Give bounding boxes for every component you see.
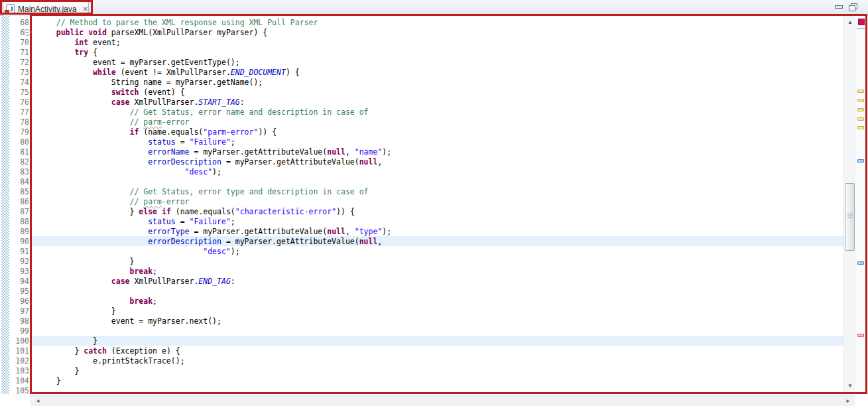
code-token: // Method to parse the XML response usin… (56, 18, 318, 27)
code-token (38, 68, 93, 77)
code-line: errorDescription = myParser.getAttribute… (38, 237, 391, 247)
code-token: catch (84, 346, 107, 356)
code-line: } (38, 336, 391, 346)
code-token (38, 28, 56, 37)
line-number-gutter[interactable]: 6869707172737475767778798081828384858687… (9, 18, 29, 396)
code-token (38, 157, 148, 167)
code-lines: // Method to parse the XML response usin… (38, 18, 391, 394)
code-token: "Failure" (190, 137, 231, 147)
line-number: 84 (9, 177, 29, 187)
code-token: START_TAG (198, 98, 239, 107)
code-token: ); (212, 167, 221, 176)
code-token: null (327, 227, 345, 236)
overview-marker-pink[interactable] (857, 334, 864, 337)
overview-marker-yellow[interactable] (857, 108, 864, 111)
code-token: switch (111, 88, 139, 97)
overview-ruler[interactable] (855, 16, 868, 393)
code-token: END_DOCUMENT (231, 68, 286, 77)
code-line: String name = myParser.getName(); (38, 78, 391, 88)
code-token: // (129, 117, 143, 127)
code-line: "desc"); (38, 167, 391, 177)
code-line (38, 326, 391, 336)
code-line: } (38, 257, 391, 267)
overview-marker-yellow[interactable] (857, 117, 864, 121)
line-number: 75 (9, 88, 29, 98)
vertical-scrollbar[interactable]: ▲ ▼ (843, 16, 855, 393)
code-token: case (111, 277, 130, 286)
code-line: while (event != XmlPullParser.END_DOCUME… (38, 68, 391, 78)
code-token: status (148, 137, 176, 147)
code-token: } (93, 336, 97, 346)
code-token (38, 88, 111, 97)
code-token (38, 297, 129, 306)
line-number: 77 (9, 107, 29, 117)
code-token: null (359, 237, 378, 246)
code-token: while (93, 68, 116, 77)
code-token: try (74, 48, 88, 57)
line-number: 78 (9, 117, 29, 127)
overview-marker-yellow[interactable] (857, 90, 864, 93)
tab-mainactivity-java[interactable]: J MainActivity.java ✕ (3, 1, 89, 16)
code-token (38, 217, 148, 226)
line-number: 94 (9, 277, 29, 287)
code-token (38, 237, 148, 246)
code-token: case (111, 98, 130, 107)
line-number: 87 (9, 207, 29, 217)
line-number: 92 (9, 257, 29, 267)
code-token (38, 267, 129, 276)
scroll-left-icon[interactable]: ◄ (33, 396, 42, 406)
code-token: )) { (258, 127, 277, 137)
code-token (38, 346, 74, 356)
code-token: void (88, 28, 107, 37)
overview-marker-yellow[interactable] (857, 99, 864, 102)
code-token: "characteristic-error" (235, 207, 336, 216)
vertical-scrollbar-thumb[interactable] (845, 183, 855, 251)
code-token (38, 107, 129, 117)
overview-marker-blue[interactable] (857, 159, 864, 163)
code-token (38, 167, 185, 176)
code-editor[interactable]: // Method to parse the XML response usin… (32, 16, 843, 394)
code-line (38, 386, 391, 394)
code-token (38, 247, 203, 256)
tab-title: MainActivity.java (18, 5, 76, 14)
code-line: // parm-error (38, 197, 391, 207)
fold-collapse-icon[interactable]: − (24, 29, 31, 36)
code-line: event = myParser.getEventType(); (38, 58, 391, 68)
overview-header-indicator[interactable] (858, 19, 865, 25)
code-token: , (345, 227, 355, 236)
scroll-down-icon[interactable]: ▼ (844, 381, 856, 391)
line-number: 100 (9, 336, 29, 346)
code-line (38, 287, 391, 297)
line-number: 102 (9, 356, 29, 366)
line-number: 96 (9, 297, 29, 306)
code-line: } catch (Exception e) { (38, 346, 391, 356)
scroll-right-icon[interactable]: ► (843, 396, 853, 406)
horizontal-scrollbar[interactable]: ◄ ► (31, 395, 855, 406)
code-token: = myParser.getAttributeValue( (189, 147, 327, 157)
code-token (38, 127, 129, 137)
minimize-view-icon[interactable] (834, 3, 843, 11)
code-token: ); (231, 247, 240, 256)
line-number: 81 (9, 147, 29, 157)
scroll-up-icon[interactable]: ▲ (844, 17, 856, 28)
code-line: errorType = myParser.getAttributeValue(n… (38, 227, 391, 237)
code-token: else (139, 207, 157, 216)
code-token: // (129, 197, 143, 206)
line-number: 86 (9, 197, 29, 207)
code-token: ; (153, 267, 157, 276)
code-line: errorName = myParser.getAttributeValue(n… (38, 147, 391, 157)
overview-marker-blue[interactable] (857, 261, 864, 265)
line-number: 79 (9, 127, 29, 137)
restore-view-icon[interactable] (848, 3, 857, 11)
code-line: } else if (name.equals("characteristic-e… (38, 207, 391, 217)
code-token: -error (162, 197, 190, 206)
java-file-icon: J (6, 4, 15, 14)
code-token: XmlPullParser. (129, 98, 198, 107)
tab-close-icon[interactable]: ✕ (82, 5, 88, 13)
code-token: errorDescription (148, 237, 221, 246)
code-token: , (345, 147, 355, 157)
overview-marker-yellow[interactable] (857, 126, 864, 129)
code-token (38, 78, 111, 87)
java-file-icon-badge (5, 10, 9, 15)
code-line: try { (38, 48, 391, 58)
